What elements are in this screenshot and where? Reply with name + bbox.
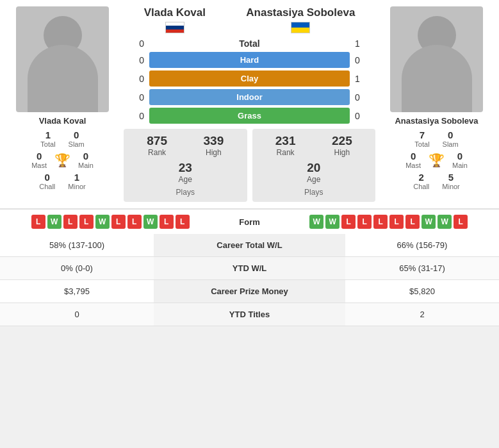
- right-player-area: Anastasiya Soboleva 7 Total 0 Slam 0 Mas…: [380, 6, 493, 202]
- badge-w3: W: [143, 215, 158, 229]
- player-headers: Vlada Koval Anastasiya Soboleva: [124, 6, 375, 33]
- indoor-button[interactable]: Indoor: [149, 89, 350, 105]
- left-age-val: 23: [129, 161, 242, 175]
- left-high-val: 339: [185, 134, 241, 148]
- right-player-name: Anastasiya Soboleva: [395, 116, 478, 126]
- left-stats-row3: 0 Chall 1 Minor: [39, 172, 86, 190]
- indoor-left-val: 0: [124, 92, 149, 103]
- left-career-wl: 58% (137-100): [0, 234, 154, 257]
- comparison-section: Vlada Koval 1 Total 0 Slam 0 Mast 🏆 0: [0, 0, 499, 208]
- left-main-lbl: Main: [78, 162, 94, 169]
- hard-left-val: 0: [124, 55, 149, 65]
- badge-l7: L: [176, 215, 190, 229]
- clay-left-val: 0: [124, 74, 149, 84]
- clay-button[interactable]: Clay: [149, 71, 350, 87]
- right-rank-val: 231: [258, 134, 314, 148]
- right-plays-lbl: Plays: [258, 188, 371, 197]
- right-center-panel: 231 Rank 225 High 20 Age Plays: [252, 129, 376, 202]
- surface-grass-row: 0 Grass 0: [124, 108, 375, 124]
- left-main-val: 0: [78, 151, 94, 162]
- left-chall-val: 0: [39, 172, 55, 183]
- left-plays-lbl: Plays: [129, 188, 242, 197]
- rbadge-l3: L: [373, 215, 388, 229]
- grass-button[interactable]: Grass: [149, 108, 350, 124]
- badge-l3: L: [79, 215, 94, 229]
- grass-right-val: 0: [350, 111, 375, 121]
- left-age-block: 23 Age: [129, 161, 242, 184]
- right-form-badges: W W L L L L L W W L: [285, 215, 493, 229]
- left-ytd-titles: 0: [0, 303, 154, 326]
- left-minor-lbl: Minor: [68, 183, 86, 190]
- hard-button[interactable]: Hard: [149, 52, 350, 68]
- left-age-lbl: Age: [129, 175, 242, 184]
- right-high-lbl: High: [314, 148, 370, 157]
- left-mast-val: 0: [31, 151, 47, 162]
- right-header: Anastasiya Soboleva: [246, 6, 355, 33]
- left-mast-lbl: Mast: [31, 162, 47, 169]
- right-rank-high: 231 Rank 225 High: [258, 134, 371, 157]
- rbadge-l4: L: [389, 215, 404, 229]
- right-ytd-titles: 2: [345, 303, 499, 326]
- ytd-titles-label: YTD Titles: [154, 303, 345, 326]
- right-slam-lbl: Slam: [443, 140, 459, 148]
- right-main-lbl: Main: [452, 162, 468, 169]
- left-center-panel: 875 Rank 339 High 23 Age Plays: [124, 129, 247, 202]
- badge-l5: L: [127, 215, 142, 229]
- rbadge-w3: W: [421, 215, 436, 229]
- left-stats-row1: 1 Total 0 Slam: [40, 129, 84, 148]
- right-trophy-icon: 🏆: [429, 153, 445, 168]
- prize-label: Career Prize Money: [154, 280, 345, 303]
- left-avatar: [16, 6, 109, 112]
- clay-right-val: 1: [350, 74, 375, 84]
- indoor-right-val: 0: [350, 92, 375, 103]
- left-trophy-icon: 🏆: [54, 153, 70, 168]
- right-header-name: Anastasiya Soboleva: [246, 6, 355, 19]
- right-age-val: 20: [258, 161, 371, 175]
- center-area: Vlada Koval Anastasiya Soboleva 0 Total …: [119, 6, 380, 202]
- right-rank-lbl: Rank: [258, 148, 314, 157]
- right-flag: [246, 22, 355, 33]
- left-prize: $3,795: [0, 280, 154, 303]
- right-slam-val: 0: [443, 129, 459, 140]
- rbadge-w4: W: [438, 215, 452, 229]
- left-high-lbl: High: [185, 148, 241, 157]
- career-wl-row: 58% (137-100) Career Total W/L 66% (156-…: [0, 234, 499, 257]
- form-label: Form: [215, 217, 285, 227]
- right-total-lbl: Total: [414, 140, 429, 148]
- total-row: 0 Total 1: [124, 38, 375, 49]
- left-player-area: Vlada Koval 1 Total 0 Slam 0 Mast 🏆 0: [6, 6, 119, 202]
- rbadge-l6: L: [454, 215, 468, 229]
- left-stats-row2: 0 Mast 🏆 0 Main: [31, 151, 94, 169]
- rbadge-l5: L: [405, 215, 420, 229]
- right-age-block: 20 Age: [258, 161, 371, 184]
- left-total-val: 1: [40, 129, 55, 140]
- left-chall-lbl: Chall: [39, 183, 55, 190]
- bottom-center-panels: 875 Rank 339 High 23 Age Plays: [124, 129, 375, 202]
- right-minor-val: 5: [442, 172, 460, 183]
- left-header: Vlada Koval: [144, 6, 206, 33]
- left-slam-val: 0: [69, 129, 85, 140]
- right-main-val: 0: [452, 151, 468, 162]
- main-container: Vlada Koval 1 Total 0 Slam 0 Mast 🏆 0: [0, 0, 499, 326]
- left-minor-val: 1: [68, 172, 86, 183]
- ytd-wl-label: YTD W/L: [154, 257, 345, 280]
- stats-table: 58% (137-100) Career Total W/L 66% (156-…: [0, 234, 499, 326]
- badge-l4: L: [111, 215, 126, 229]
- rbadge-l1: L: [341, 215, 356, 229]
- badge-w2: W: [95, 215, 110, 229]
- right-mast-lbl: Mast: [405, 162, 421, 169]
- badge-l1: L: [31, 215, 45, 229]
- right-high-val: 225: [314, 134, 370, 148]
- prize-row: $3,795 Career Prize Money $5,820: [0, 280, 499, 303]
- ytd-wl-row: 0% (0-0) YTD W/L 65% (31-17): [0, 257, 499, 280]
- rbadge-l2: L: [357, 215, 372, 229]
- left-header-name: Vlada Koval: [144, 6, 206, 19]
- right-stats-row3: 2 Chall 5 Minor: [413, 172, 460, 190]
- badge-l2: L: [63, 215, 78, 229]
- right-stats-row1: 7 Total 0 Slam: [414, 129, 458, 148]
- surface-indoor-row: 0 Indoor 0: [124, 89, 375, 105]
- right-minor-lbl: Minor: [442, 183, 460, 190]
- right-avatar: [390, 6, 483, 112]
- left-rank-val: 875: [129, 134, 185, 148]
- left-player-name: Vlada Koval: [39, 116, 86, 126]
